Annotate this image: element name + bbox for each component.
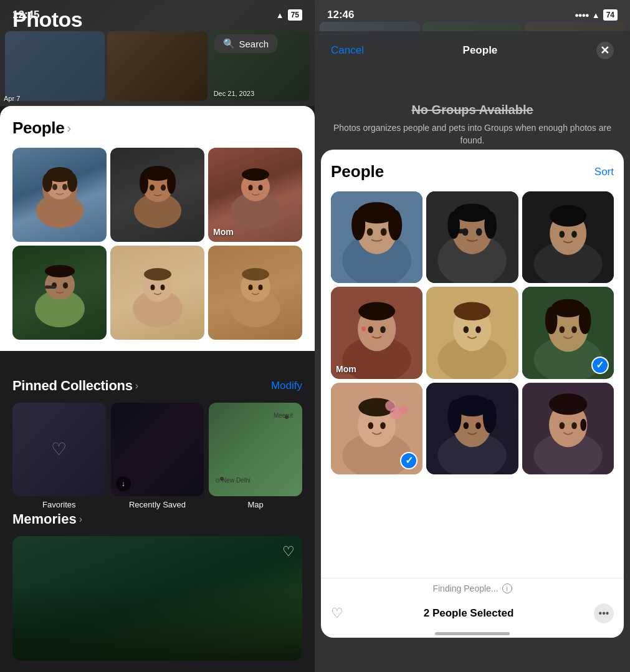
pinned-item-favorites[interactable]: ♡ Favorites [12,403,106,509]
cancel-button[interactable]: Cancel [331,44,364,57]
svg-point-36 [242,268,269,281]
heart-outline-icon[interactable]: ♡ [331,605,343,622]
no-groups-section: No Groups Available Photos organizes peo… [321,90,624,159]
battery-right: 74 [603,9,618,21]
svg-point-101 [559,422,565,429]
modal-title: People [463,44,498,57]
face-visual-modal-9 [522,383,614,474]
search-icon: 🔍 [223,38,235,49]
pinned-chevron: › [135,380,138,391]
status-bar-left: 12:45 ▲ 75 [0,0,315,26]
modal-person-1[interactable] [331,191,422,283]
svg-point-44 [388,209,402,240]
recently-saved-thumb: ↓ [111,403,204,496]
modal-people-header: People Sort [331,162,614,181]
memory-overlay [12,586,302,661]
finding-people-bar: Finding People... i [331,583,614,593]
svg-point-11 [161,185,166,191]
modal-people-grid: Mom [331,191,614,474]
person-thumb-5[interactable] [110,246,204,340]
memories-header[interactable]: Memories › [12,511,302,527]
memories-chevron: › [79,514,82,525]
person-thumb-2[interactable] [110,148,204,242]
home-indicator [435,632,510,635]
face-visual-modal-2 [426,191,518,283]
download-icon: ↓ [116,476,131,491]
ellipsis-icon: ••• [599,608,609,619]
face-visual-2 [110,148,204,242]
modal-people-title: People [331,162,384,181]
modal-person-9[interactable] [522,383,614,474]
heart-icon: ♡ [51,439,67,459]
svg-point-65 [380,327,386,334]
search-bar[interactable]: 🔍 Search [214,34,277,53]
svg-point-57 [559,231,565,238]
right-panel: 12:46 ●●●● ▲ 74 No Groups Available Phot… [315,0,630,672]
svg-point-80 [579,307,591,334]
svg-point-59 [550,205,586,226]
ellipsis-button[interactable]: ••• [594,603,614,623]
person-thumb-6[interactable] [208,246,302,340]
person-thumb-3[interactable]: Mom [208,148,302,242]
face-visual-modal-3 [522,191,614,283]
people-modal: People Sort [321,150,624,638]
svg-point-17 [244,185,247,188]
memories-title: Memories [12,511,77,527]
svg-point-88 [399,405,408,414]
no-groups-title: No Groups Available [333,103,611,117]
svg-point-70 [464,327,469,334]
finding-people-section: Finding People... i ♡ 2 People Selected … [321,578,624,638]
favorites-thumb: ♡ [12,403,106,496]
svg-point-76 [559,327,565,334]
memory-heart-icon[interactable]: ♡ [282,544,295,560]
modal-person-3[interactable] [522,191,614,283]
modify-button[interactable]: Modify [271,380,302,392]
modal-person-8[interactable] [426,383,518,474]
svg-point-3 [52,184,57,190]
bg-photo-2: Apr 7 [107,31,207,101]
people-card-header[interactable]: People › [12,118,302,138]
left-panel: Apr 7 Dec 21, 2023 12:45 ▲ 75 Photos 🔍 S… [0,0,315,672]
modal-person-7[interactable]: ✓ [331,383,422,474]
svg-point-13 [140,171,148,194]
finding-people-text: Finding People... [432,583,498,593]
pinned-item-recently-saved[interactable]: ↓ Recently Saved [111,403,204,509]
pinned-item-map[interactable]: Meerut ⊙ New Delhi Map [209,403,302,509]
info-icon[interactable]: i [502,583,512,593]
memory-thumbnail[interactable]: ♡ [12,536,302,661]
pinned-grid: ♡ Favorites ↓ Recently Saved Meerut ⊙ Ne… [12,403,302,509]
svg-point-25 [45,265,75,277]
bg-photo-date-2: Apr 7 [4,95,20,102]
modal-person-2[interactable] [426,191,518,283]
modal-person-4[interactable]: Mom [331,287,422,378]
person-thumb-1[interactable] [12,148,107,242]
svg-point-84 [368,422,374,429]
svg-point-63 [361,327,366,331]
close-button[interactable]: ✕ [596,42,614,59]
svg-point-43 [351,209,365,240]
svg-point-6 [42,173,52,192]
person-thumb-4[interactable] [12,246,107,340]
pinned-title-group[interactable]: Pinned Collections › [12,378,138,394]
modal-person-6[interactable]: ✓ [522,287,614,378]
face-visual-6 [208,246,302,340]
svg-point-34 [248,284,252,290]
map-dot-meerut [285,415,289,419]
svg-point-66 [358,302,395,320]
pinned-collections-section: Pinned Collections › Modify ♡ Favorites … [0,368,315,519]
search-label: Search [239,39,269,49]
time-left: 12:45 [12,9,39,21]
svg-point-4 [62,184,67,190]
face-visual-5 [110,246,204,340]
svg-point-24 [63,282,68,289]
svg-point-30 [160,284,165,290]
svg-point-93 [464,422,469,429]
svg-point-20 [242,168,269,181]
bg-photo-1 [5,31,105,101]
face-visual-modal-8 [426,383,518,474]
wifi-icon-left: ▲ [276,11,284,20]
modal-person-5[interactable] [426,287,518,378]
recently-saved-label: Recently Saved [129,500,186,509]
face-visual-1 [12,148,107,242]
sort-button[interactable]: Sort [594,166,614,178]
